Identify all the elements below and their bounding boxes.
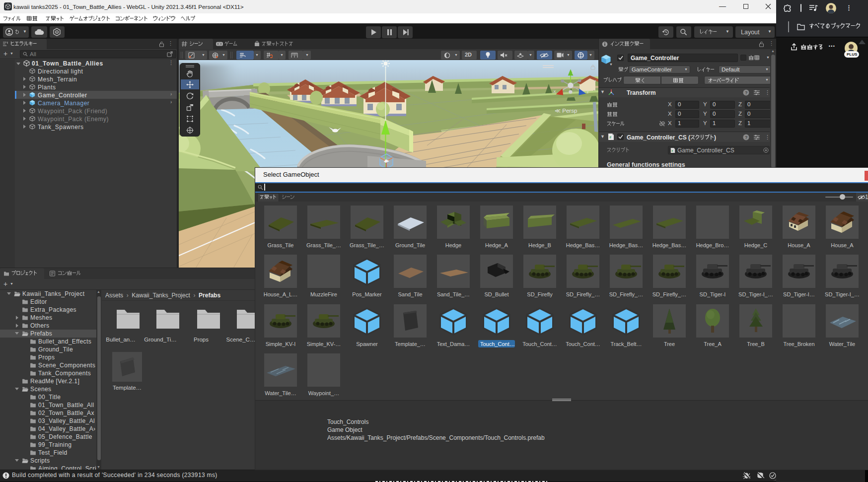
svg-text:z: z — [587, 90, 589, 94]
svg-text:?: ? — [745, 90, 748, 95]
svg-text:?: ? — [745, 135, 748, 140]
svg-text:≪ Persp: ≪ Persp — [555, 108, 577, 114]
svg-text:#: # — [609, 136, 611, 139]
svg-text:y: y — [572, 69, 574, 74]
svg-text:X: X — [554, 89, 556, 94]
